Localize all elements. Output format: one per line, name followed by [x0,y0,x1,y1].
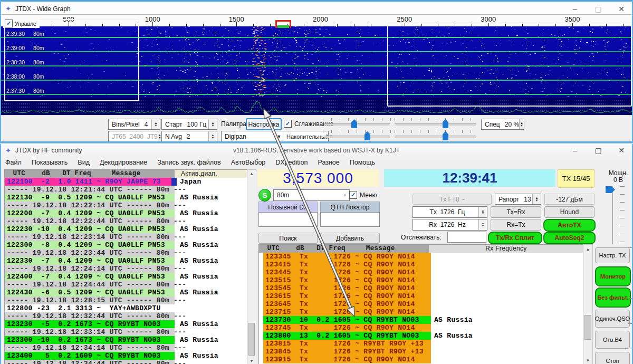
decode-row[interactable]: 122100 -2 1.0 1411 ~ R9OY JA0PE 73Japan [5,178,247,186]
band-combo[interactable]: 80m ˅ [273,189,350,201]
avg-slider-track[interactable] [324,136,390,138]
zero-slider-track[interactable] [395,123,476,126]
bins-per-pixel-spinner[interactable]: Bins/Pixel4 ▲▼ [108,119,160,130]
main-titlebar[interactable]: ✦ JTDX by HF community v18.1.106-RUS, de… [0,144,633,157]
period-separator-row: ----- 19.12.18 12:34:14 UTC ------ 80m -… [5,344,247,352]
hound-button[interactable]: Hound [544,206,594,218]
decode-row[interactable]: 122230 -10 0.4 1209 ~ CQ UA0LLF PN53AS R… [5,225,247,233]
menu-checkbox[interactable]: ✓ Меню [349,191,377,199]
side-button-1[interactable]: Настр. TX [595,247,630,263]
decode-row[interactable]: 123515 Tx 1726 ~ CQ R9OY NO14 [259,276,583,284]
close-icon[interactable]: ✕ [610,5,633,13]
split-button[interactable]: Tx/Rx Сплит [488,232,542,244]
scrollbar-thumb[interactable] [248,323,255,356]
menu-item[interactable]: Вид [78,159,90,166]
decode-row[interactable]: 123345 Tx 1726 ~ CQ R9OY NO14 [259,253,583,261]
spinner-arrows-icon[interactable]: ▲▼ [519,119,524,129]
decode-row[interactable]: 123230 -5 0.2 1673 ~ CQ R9YBT NO03AS Rus… [5,320,247,328]
spinner-arrows-icon[interactable]: ▲▼ [208,119,217,129]
tx-eq-rx-button[interactable]: Tx=Rx [491,206,541,218]
decode-row[interactable]: 123800 13 0.2 1605 ~ CQ R9YBT NO03AS Rus… [259,332,583,340]
spinner-arrows-icon[interactable]: ▲▼ [532,194,541,204]
dx-call-button[interactable]: Позывной DX [258,202,318,213]
dx-call-input[interactable] [258,212,318,227]
dx-grid-button[interactable]: QTH Локатор [320,202,380,213]
menu-item[interactable]: Разное [318,159,339,166]
decode-row[interactable]: 123445 Tx 1726 ~ CQ R9OY NO14 [259,269,583,276]
scrollbar-thumb[interactable] [584,315,591,340]
decode-row[interactable]: 122400 -7 0.4 1209 ~ CQ UA0LLF PN53AS Ru… [5,273,247,281]
scroll-up-icon[interactable]: ▲ [247,171,256,176]
tx-rx-frequency-marker[interactable] [275,20,291,28]
band-activity-scrollbar[interactable]: ▲ ▼ [247,169,256,364]
decode-row[interactable]: 123400 5 0.2 1609 ~ CQ R9YBT NO03AS Russ… [5,352,247,360]
side-button-2[interactable]: Монитор [595,266,631,286]
menu-item[interactable]: Показывать [32,159,68,166]
spinner-arrows-icon[interactable]: ▲▼ [151,119,160,129]
side-button-6[interactable]: Стоп [595,352,630,364]
decode-row[interactable]: 122330 -7 0.4 1209 ~ CQ UA0LLF PN53AS Ru… [5,257,247,265]
decode-row[interactable]: 122200 -7 0.4 1209 ~ CQ UA0LLF PN53AS Ru… [5,209,247,217]
accumulation-combo[interactable]: Накопительный ▼ [283,131,329,142]
tx-slot-button[interactable]: TX 15/45 [558,169,594,188]
spinner-arrows-icon[interactable]: ▲▼ [208,131,217,141]
maximize-icon[interactable]: ▢ [587,146,610,155]
rx-freq-spinner[interactable]: Rx 1726 Hz ▲▼ [413,219,487,231]
minimize-icon[interactable]: – [563,5,587,13]
report-spinner[interactable]: Рапорт13 ▲▼ [495,194,541,205]
s-meter-button[interactable]: S [258,189,271,202]
rx-frequency-scrollbar[interactable]: ▲ ▼ [583,244,593,364]
controls-checkbox[interactable]: ✓ Управле [3,19,40,28]
decode-row[interactable]: 123615 Tx 1726 ~ CQ R9OY NO14 [259,292,583,300]
scroll-down-icon[interactable]: ▼ [583,358,592,363]
scroll-up-icon[interactable]: ▲ [583,247,592,252]
avg2-slider-track[interactable] [395,136,476,138]
spinner-arrows-icon[interactable]: ▲▼ [478,207,487,217]
gain-slider-track[interactable] [324,123,390,126]
palette-combo[interactable]: Digipan ▼ [221,131,284,142]
dx-grid-input[interactable] [320,212,380,227]
decode-row[interactable]: 123645 Tx 1726 ~ CQ R9OY NO14 [259,300,583,308]
power-slider-handle[interactable] [606,186,615,193]
menu-item[interactable]: АвтоВыбор [231,159,266,166]
decode-row[interactable]: 122300 -8 0.4 1209 ~ CQ UA0LLF PN53AS Ru… [5,241,247,249]
spec-percent-spinner[interactable]: Спец20 % ▲▼ [481,119,524,130]
decode-row[interactable]: 123415 Tx 1726 ~ CQ R9OY NO14 [259,261,583,269]
scroll-down-icon[interactable]: ▼ [247,359,256,363]
spinner-arrows-icon[interactable]: ▲▼ [478,219,487,230]
decode-row[interactable]: 123545 Tx 1726 ~ CQ R9OY NO14 [259,284,583,292]
decode-row[interactable]: 123730 10 0.2 1605 ~ CQ R9YBT NO03AS Rus… [259,316,583,324]
add-button[interactable]: Добавить [320,233,380,244]
palette-settings-button[interactable]: Настройка [246,118,282,130]
menu-item[interactable]: Запись звук. файлов [157,159,221,166]
maximize-icon[interactable]: ▢ [587,5,610,13]
decode-row[interactable]: 123300 -10 0.2 1673 ~ CQ R9YBT NO03AS Ru… [5,336,247,344]
menu-item[interactable]: Файл [5,159,22,166]
autotx-button[interactable]: АвтоTX [543,219,596,232]
side-button-5[interactable]: Отв.В4 [595,331,630,349]
close-icon[interactable]: ✕ [610,146,633,155]
menu-item[interactable]: Помощь [350,159,375,166]
minimize-icon[interactable]: – [563,146,587,155]
search-button[interactable]: Поиск [258,233,318,244]
menu-item[interactable]: Декодирование [100,159,147,166]
decode-row[interactable]: 123915 Tx 1726 ~ CQ R9OY NO14 [259,356,583,363]
decode-row[interactable]: 122800 -23 2.1 3313 ~ YAY+AWBDXPTU [5,304,247,312]
decode-row[interactable]: 123815 Tx 1726 ~ R9YBT R9OY +13 [259,340,583,348]
decode-row[interactable]: 122430 -6 0.5 1209 ~ CQ UA0LLF PN53AS Ru… [5,289,247,296]
menu-item[interactable]: DXpedition [275,159,308,166]
side-button-4[interactable]: Одиноч.QSO [595,310,630,328]
start-freq-spinner[interactable]: Старт100 Гц ▲▼ [161,119,217,130]
decode-row[interactable]: 122130 -9 0.5 1209 ~ CQ UA0LLF PN53AS Ru… [5,194,247,202]
decode-row[interactable]: 123745 Tx 1726 ~ CQ R9OY NO14 [259,324,583,332]
power-slider-track[interactable] [612,186,613,244]
wide-graph-titlebar[interactable]: ✦ JTDX - Wide Graph – ▢ ✕ [0,0,633,16]
autoseq-button[interactable]: AutoSeq2 [543,232,596,244]
decode-row[interactable]: 123715 Tx 1726 ~ CQ R9OY NO14 [259,308,583,316]
decode-row[interactable]: 123845 Tx 1726 ~ R9YBT R9OY +13 [259,348,583,356]
side-button-3[interactable]: Без фильт. [595,288,631,308]
rx-eq-tx-button[interactable]: Rx=Tx [491,219,541,231]
track-input[interactable] [447,232,486,243]
tx-freq-spinner[interactable]: Tx 1726 Гц ▲▼ [413,206,487,218]
n-avg-spinner[interactable]: N Avg2 ▲▼ [161,131,217,142]
